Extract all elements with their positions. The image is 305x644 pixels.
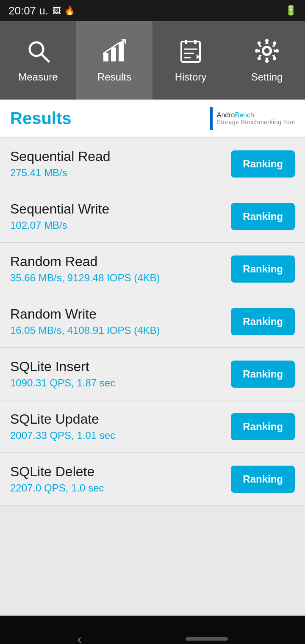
result-name-sqlite-update: SQLite Update [10, 411, 231, 427]
ranking-button-rand-read[interactable]: Ranking [231, 255, 295, 283]
result-name-sqlite-insert: SQLite Insert [10, 359, 231, 375]
ranking-button-sqlite-delete[interactable]: Ranking [231, 466, 295, 493]
result-info-seq-write: Sequential Write102.07 MB/s [10, 201, 231, 231]
result-value-sqlite-insert: 1090.31 QPS, 1.87 sec [10, 377, 231, 389]
logo-bar [210, 107, 213, 130]
svg-point-19 [273, 41, 276, 44]
result-value-seq-write: 102.07 MB/s [10, 219, 231, 231]
results-list: Sequential Read275.41 MB/sRankingSequent… [0, 138, 305, 505]
bottom-space [0, 505, 305, 616]
svg-point-16 [255, 49, 258, 53]
ranking-button-seq-write[interactable]: Ranking [231, 203, 295, 230]
tab-results[interactable]: Results [76, 21, 152, 100]
measure-icon [25, 38, 51, 67]
svg-rect-4 [119, 42, 124, 61]
svg-point-14 [265, 39, 269, 42]
result-info-sqlite-insert: SQLite Insert1090.31 QPS, 1.87 sec [10, 359, 231, 389]
result-value-sqlite-delete: 2207.0 QPS, 1.0 sec [10, 482, 231, 494]
result-info-sqlite-delete: SQLite Delete2207.0 QPS, 1.0 sec [10, 464, 231, 494]
logo-sub: Storage Benchmarking Tool [217, 119, 295, 125]
result-item-seq-write: Sequential Write102.07 MB/sRanking [0, 190, 305, 243]
ranking-button-sqlite-update[interactable]: Ranking [231, 413, 295, 440]
result-info-rand-read: Random Read35.66 MB/s, 9129.48 IOPS (4KB… [10, 254, 231, 284]
tab-setting-label: Setting [251, 71, 283, 83]
result-info-sqlite-update: SQLite Update2007.33 QPS, 1.01 sec [10, 411, 231, 441]
ranking-button-rand-write[interactable]: Ranking [231, 308, 295, 335]
logo-text: AndroBench Storage Benchmarking Tool [217, 111, 295, 125]
status-bar: 20:07 u. 🖼 🔥 🔋 [0, 0, 305, 21]
status-icons: 🖼 🔥 [53, 6, 75, 16]
page-title: Results [10, 109, 72, 128]
results-icon [102, 38, 127, 67]
tab-measure[interactable]: Measure [0, 21, 76, 100]
result-info-rand-write: Random Write16.05 MB/s, 4108.91 IOPS (4K… [10, 306, 231, 336]
setting-icon [254, 38, 280, 67]
result-value-seq-read: 275.41 MB/s [10, 167, 231, 179]
svg-point-17 [275, 49, 279, 53]
result-item-sqlite-update: SQLite Update2007.33 QPS, 1.01 secRankin… [0, 400, 305, 453]
status-time: 20:07 u. [8, 4, 48, 17]
svg-line-1 [41, 54, 49, 61]
svg-point-20 [258, 57, 261, 60]
ranking-button-seq-read[interactable]: Ranking [231, 150, 295, 178]
result-value-sqlite-update: 2007.33 QPS, 1.01 sec [10, 430, 231, 441]
svg-rect-7 [194, 40, 197, 44]
tab-setting[interactable]: Setting [229, 21, 305, 100]
result-item-rand-read: Random Read35.66 MB/s, 9129.48 IOPS (4KB… [0, 243, 305, 295]
battery-icon: 🔋 [285, 5, 297, 16]
result-info-seq-read: Sequential Read275.41 MB/s [10, 149, 231, 179]
fire-icon: 🔥 [64, 6, 75, 16]
history-icon [178, 38, 203, 67]
home-indicator[interactable] [186, 637, 228, 641]
image-icon: 🖼 [53, 6, 61, 16]
result-item-seq-read: Sequential Read275.41 MB/sRanking [0, 138, 305, 190]
svg-point-15 [265, 59, 269, 63]
result-value-rand-read: 35.66 MB/s, 9129.48 IOPS (4KB) [10, 272, 231, 284]
tab-results-label: Results [97, 71, 131, 83]
result-value-rand-write: 16.05 MB/s, 4108.91 IOPS (4KB) [10, 325, 231, 336]
back-button[interactable]: ‹ [77, 631, 82, 644]
nav-tabs: Measure Results Histor [0, 21, 305, 100]
svg-point-18 [258, 41, 261, 44]
result-name-rand-write: Random Write [10, 306, 231, 322]
result-name-sqlite-delete: SQLite Delete [10, 464, 231, 480]
page-header: Results AndroBench Storage Benchmarking … [0, 100, 305, 138]
svg-rect-3 [111, 47, 116, 61]
svg-rect-6 [185, 40, 187, 44]
result-item-sqlite-delete: SQLite Delete2207.0 QPS, 1.0 secRanking [0, 453, 305, 505]
result-item-sqlite-insert: SQLite Insert1090.31 QPS, 1.87 secRankin… [0, 348, 305, 400]
svg-rect-2 [103, 53, 108, 61]
result-name-rand-read: Random Read [10, 254, 231, 269]
bottom-bar: ‹ [0, 616, 305, 644]
tab-measure-label: Measure [18, 71, 58, 83]
result-name-seq-write: Sequential Write [10, 201, 231, 217]
result-item-rand-write: Random Write16.05 MB/s, 4108.91 IOPS (4K… [0, 295, 305, 348]
androbench-logo: AndroBench Storage Benchmarking Tool [210, 107, 295, 130]
tab-history-label: History [175, 71, 207, 83]
result-name-seq-read: Sequential Read [10, 149, 231, 164]
logo-bench: Bench [235, 111, 254, 119]
logo-main-text: AndroBench [217, 111, 295, 119]
logo-andro: Andro [217, 111, 235, 119]
svg-point-21 [273, 57, 276, 60]
svg-point-13 [263, 47, 270, 54]
status-left: 20:07 u. 🖼 🔥 [8, 4, 75, 17]
ranking-button-sqlite-insert[interactable]: Ranking [231, 361, 295, 388]
tab-history[interactable]: History [152, 21, 229, 100]
